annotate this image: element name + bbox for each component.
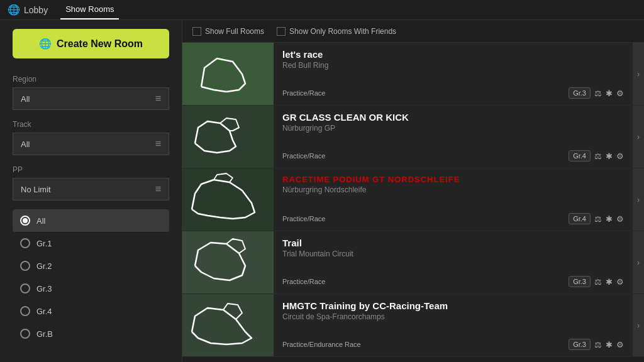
room-balance-icon-3: ⚖ [594, 214, 602, 224]
radio-item-gr3[interactable]: Gr.3 [13, 277, 169, 300]
pp-select[interactable]: No Limit ≡ [13, 178, 169, 200]
show-friends-checkbox[interactable] [277, 27, 286, 36]
room-item-1[interactable]: let's race Red Bull Ring Practice/Race G… [182, 43, 644, 106]
room-settings-icon-3: ⚙ [616, 214, 624, 224]
room-track-2: Nürburgring GP [282, 124, 624, 133]
room-toggle-1[interactable]: › [633, 43, 644, 105]
room-badges-4: Gr.3 ⚖ ✱ ⚙ [569, 276, 624, 287]
region-label: Region [13, 75, 169, 84]
room-balance-icon-5: ⚖ [594, 340, 602, 349]
room-clean-icon-5: ✱ [606, 340, 613, 349]
room-toggle-4[interactable]: › [633, 231, 644, 293]
room-name-5: HMGTC Training by CC-Racing-Team [282, 300, 624, 311]
room-settings-icon-1: ⚙ [616, 89, 624, 98]
tab-show-rooms[interactable]: Show Rooms [60, 0, 119, 19]
radio-item-gr2[interactable]: Gr.2 [13, 255, 169, 277]
create-room-button[interactable]: 🌐 Create New Room [13, 29, 169, 58]
room-item-3[interactable]: RACETIME PODIUM GT NORDSCHLEIFE Nürburgr… [182, 168, 644, 231]
room-name-4: Trail [282, 238, 624, 248]
room-settings-icon-4: ⚙ [616, 277, 624, 287]
room-clean-icon-4: ✱ [606, 277, 613, 287]
room-thumbnail-4 [182, 231, 274, 293]
radio-label-gr2: Gr.2 [36, 261, 52, 271]
room-grade-3: Gr.4 [569, 213, 591, 224]
radio-circle-gr1 [20, 238, 30, 248]
region-section: Region All ≡ [0, 67, 182, 112]
globe-icon: 🌐 [8, 4, 20, 16]
svg-rect-2 [182, 168, 274, 231]
room-badges-5: Gr.3 ⚖ ✱ ⚙ [569, 339, 624, 350]
svg-rect-0 [182, 43, 274, 105]
track-select[interactable]: All ≡ [13, 133, 169, 155]
filters-bar: Show Full Rooms Show Only Rooms With Fri… [182, 20, 644, 43]
room-info-4: Trail Trial Mountain Circuit Practice/Ra… [274, 231, 633, 293]
pp-label: PP [13, 165, 169, 174]
track-select-icon: ≡ [155, 138, 161, 150]
show-full-rooms-filter[interactable]: Show Full Rooms [192, 27, 264, 36]
room-top-2: GR CLASS CLEAN OR KICK Nürburgring GP [282, 112, 624, 133]
room-toggle-3[interactable]: › [633, 168, 644, 231]
show-full-rooms-label: Show Full Rooms [205, 27, 264, 36]
room-balance-icon-1: ⚖ [594, 89, 602, 98]
show-full-rooms-checkbox[interactable] [192, 27, 201, 36]
room-bottom-2: Practice/Race Gr.4 ⚖ ✱ ⚙ [282, 150, 624, 162]
room-grade-1: Gr.3 [569, 87, 591, 99]
radio-circle-grb [20, 329, 30, 339]
room-grade-5: Gr.3 [569, 339, 591, 350]
radio-item-all[interactable]: All [13, 209, 169, 232]
room-badges-2: Gr.4 ⚖ ✱ ⚙ [569, 150, 624, 162]
room-toggle-2[interactable]: › [633, 106, 644, 168]
region-select-icon: ≡ [155, 93, 161, 104]
room-top-4: Trail Trial Mountain Circuit [282, 238, 624, 258]
radio-label-gr4: Gr.4 [36, 307, 52, 316]
room-badges-3: Gr.4 ⚖ ✱ ⚙ [569, 213, 624, 224]
room-balance-icon-4: ⚖ [594, 277, 602, 287]
room-bottom-5: Practice/Endurance Race Gr.3 ⚖ ✱ ⚙ [282, 339, 624, 350]
region-value: All [21, 94, 30, 104]
room-info-5: HMGTC Training by CC-Racing-Team Circuit… [274, 294, 633, 356]
room-bottom-1: Practice/Race Gr.3 ⚖ ✱ ⚙ [282, 87, 624, 99]
pp-section: PP No Limit ≡ [0, 158, 182, 203]
tab-show-rooms-label: Show Rooms [65, 4, 114, 14]
content-area: Show Full Rooms Show Only Rooms With Fri… [182, 20, 644, 362]
room-track-1: Red Bull Ring [282, 61, 624, 70]
room-settings-icon-2: ⚙ [616, 151, 624, 161]
room-item-5[interactable]: HMGTC Training by CC-Racing-Team Circuit… [182, 294, 644, 357]
room-track-5: Circuit de Spa-Francorchamps [282, 312, 624, 321]
top-bar: 🌐 Lobby Show Rooms [0, 0, 644, 20]
radio-label-all: All [36, 216, 45, 226]
room-info-1: let's race Red Bull Ring Practice/Race G… [274, 43, 633, 105]
track-value: All [21, 140, 30, 149]
room-mode-1: Practice/Race [282, 89, 325, 97]
room-name-3: RACETIME PODIUM GT NORDSCHLEIFE [282, 175, 624, 184]
room-mode-3: Practice/Race [282, 215, 325, 222]
room-clean-icon-3: ✱ [606, 214, 613, 224]
room-name-2: GR CLASS CLEAN OR KICK [282, 112, 624, 123]
room-grade-4: Gr.3 [569, 276, 591, 287]
room-track-3: Nürburgring Nordschleife [282, 185, 624, 194]
radio-item-grb[interactable]: Gr.B [13, 322, 169, 345]
radio-circle-all [20, 216, 30, 226]
room-item-2[interactable]: GR CLASS CLEAN OR KICK Nürburgring GP Pr… [182, 106, 644, 168]
create-room-label: Create New Room [57, 38, 143, 50]
room-clean-icon-2: ✱ [606, 151, 613, 161]
room-list: let's race Red Bull Ring Practice/Race G… [182, 43, 644, 362]
room-badges-1: Gr.3 ⚖ ✱ ⚙ [569, 87, 624, 99]
room-toggle-5[interactable]: › [633, 294, 644, 356]
pp-select-icon: ≡ [155, 184, 161, 195]
pp-value: No Limit [21, 185, 51, 194]
room-settings-icon-5: ⚙ [616, 340, 624, 349]
room-thumbnail-3 [182, 168, 274, 231]
radio-circle-gr3 [20, 283, 30, 293]
room-thumbnail-5 [182, 294, 274, 356]
room-track-4: Trial Mountain Circuit [282, 250, 624, 258]
radio-item-gr1[interactable]: Gr.1 [13, 232, 169, 255]
show-friends-filter[interactable]: Show Only Rooms With Friends [277, 27, 396, 36]
region-select[interactable]: All ≡ [13, 87, 169, 110]
track-label: Track [13, 120, 169, 129]
radio-item-gr4[interactable]: Gr.4 [13, 300, 169, 322]
room-grade-2: Gr.4 [569, 150, 591, 162]
room-top-1: let's race Red Bull Ring [282, 49, 624, 70]
radio-label-grb: Gr.B [36, 329, 53, 339]
room-item-4[interactable]: Trail Trial Mountain Circuit Practice/Ra… [182, 231, 644, 294]
